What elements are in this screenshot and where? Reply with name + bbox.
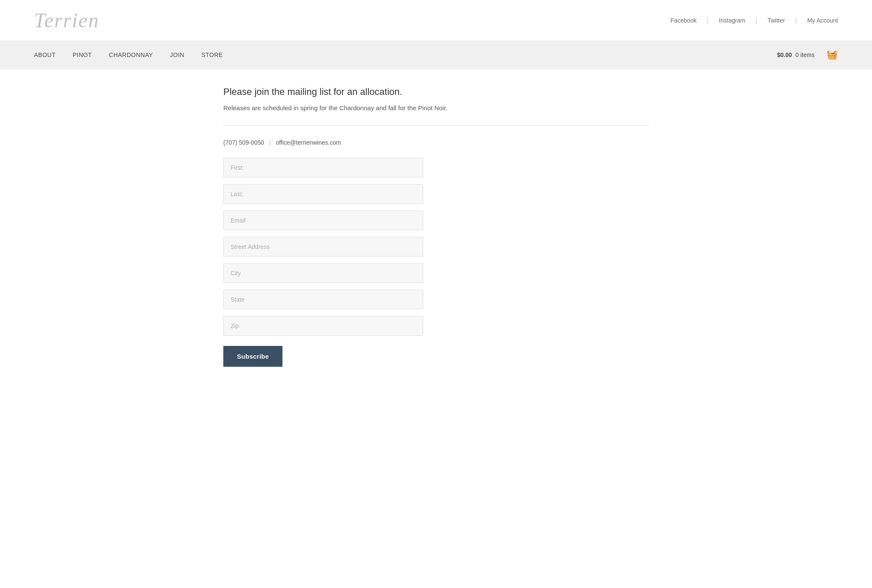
header-nav: Facebook | Instagram | Twitter | My Acco… [670, 17, 838, 24]
street-group [223, 237, 649, 257]
mailing-list-form: Subscribe [223, 158, 649, 367]
contact-info: (707) 509-0050 | office@terrienwines.com [223, 139, 649, 146]
email-link[interactable]: office@terrienwines.com [276, 139, 341, 146]
page-title: Please join the mailing list for an allo… [223, 86, 649, 97]
page-subtitle: Releases are scheduled in spring for the… [223, 104, 649, 111]
main-navbar: ABOUT PINOT CHARDONNAY JOIN STORE $0.00 … [0, 40, 872, 69]
first-name-input[interactable] [223, 158, 423, 177]
phone-number: (707) 509-0050 [223, 139, 264, 146]
site-header: Terrien Facebook | Instagram | Twitter |… [0, 0, 872, 40]
my-account-link[interactable]: My Account [807, 17, 838, 24]
cart-items: 0 items [795, 51, 815, 58]
nav-chardonnay[interactable]: CHARDONNAY [109, 51, 153, 58]
navbar-links: ABOUT PINOT CHARDONNAY JOIN STORE [34, 51, 223, 58]
instagram-link[interactable]: Instagram [719, 17, 745, 24]
state-input[interactable] [223, 290, 423, 309]
site-logo: Terrien [34, 9, 100, 32]
first-name-group [223, 158, 649, 177]
email-input[interactable] [223, 211, 423, 230]
twitter-link[interactable]: Twitter [767, 17, 785, 24]
state-group [223, 290, 649, 309]
city-group [223, 263, 649, 283]
nav-separator-1: | [707, 17, 709, 24]
navbar-right: $0.00 0 items 🧺 [777, 49, 838, 60]
subscribe-button[interactable]: Subscribe [223, 346, 282, 367]
nav-pinot[interactable]: PINOT [73, 51, 92, 58]
last-name-input[interactable] [223, 184, 423, 204]
cart-icon[interactable]: 🧺 [826, 49, 838, 60]
divider [223, 125, 649, 126]
zip-input[interactable] [223, 316, 423, 336]
nav-join[interactable]: JOIN [170, 51, 185, 58]
zip-group [223, 316, 649, 336]
nav-separator-3: | [795, 17, 797, 24]
email-group [223, 211, 649, 230]
nav-store[interactable]: STORE [201, 51, 222, 58]
cart-info: $0.00 0 items [777, 51, 815, 58]
street-input[interactable] [223, 237, 423, 257]
last-name-group [223, 184, 649, 204]
contact-separator: | [269, 139, 271, 146]
cart-amount: $0.00 [777, 51, 792, 58]
main-content: Please join the mailing list for an allo… [189, 69, 683, 408]
facebook-link[interactable]: Facebook [670, 17, 696, 24]
city-input[interactable] [223, 263, 423, 283]
nav-about[interactable]: ABOUT [34, 51, 56, 58]
submit-group: Subscribe [223, 343, 649, 367]
nav-separator-2: | [755, 17, 757, 24]
